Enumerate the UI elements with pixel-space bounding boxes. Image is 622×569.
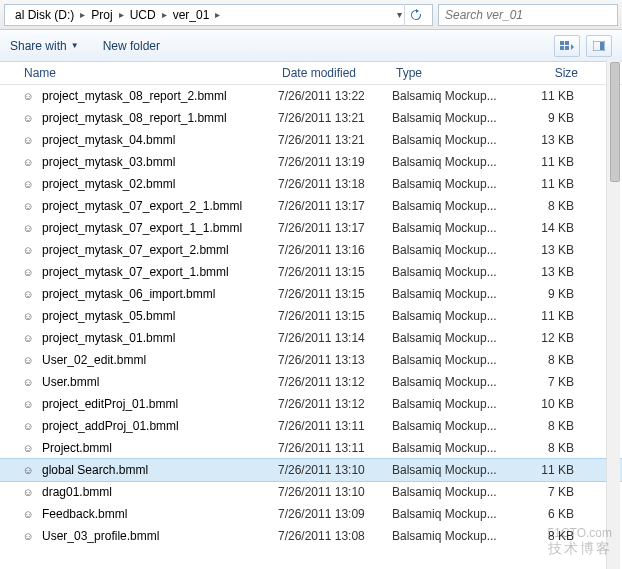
file-date: 7/26/2011 13:21 [278,111,392,125]
file-type: Balsamiq Mockup... [392,243,514,257]
file-date: 7/26/2011 13:12 [278,397,392,411]
file-date: 7/26/2011 13:15 [278,265,392,279]
file-row[interactable]: ☺User_02_edit.bmml7/26/2011 13:13Balsami… [0,349,622,371]
file-row[interactable]: ☺project_mytask_07_export_2_1.bmml7/26/2… [0,195,622,217]
file-row[interactable]: ☺project_mytask_05.bmml7/26/2011 13:15Ba… [0,305,622,327]
file-size: 8 KB [514,419,584,433]
file-date: 7/26/2011 13:16 [278,243,392,257]
bmml-file-icon: ☺ [20,110,36,126]
file-name: project_mytask_07_export_2_1.bmml [42,199,278,213]
file-size: 14 KB [514,221,584,235]
file-name: User.bmml [42,375,278,389]
search-input[interactable] [445,8,611,22]
file-date: 7/26/2011 13:12 [278,375,392,389]
file-type: Balsamiq Mockup... [392,287,514,301]
file-row[interactable]: ☺project_mytask_07_export_1_1.bmml7/26/2… [0,217,622,239]
file-size: 8 KB [514,199,584,213]
file-type: Balsamiq Mockup... [392,265,514,279]
chevron-right-icon: ▸ [80,9,85,20]
file-type: Balsamiq Mockup... [392,309,514,323]
column-header-type[interactable]: Type [396,66,518,80]
bmml-file-icon: ☺ [20,484,36,500]
command-bar: Share with ▼ New folder [0,30,622,62]
bmml-file-icon: ☺ [20,418,36,434]
file-row[interactable]: ☺drag01.bmml7/26/2011 13:10Balsamiq Mock… [0,481,622,503]
bmml-file-icon: ☺ [20,88,36,104]
file-name: project_mytask_08_report_2.bmml [42,89,278,103]
bmml-file-icon: ☺ [20,176,36,192]
file-date: 7/26/2011 13:09 [278,507,392,521]
column-header-name[interactable]: Name [24,66,282,80]
file-name: User_02_edit.bmml [42,353,278,367]
file-row[interactable]: ☺Project.bmml7/26/2011 13:11Balsamiq Moc… [0,437,622,459]
file-name: project_mytask_07_export_1_1.bmml [42,221,278,235]
file-row[interactable]: ☺project_mytask_03.bmml7/26/2011 13:19Ba… [0,151,622,173]
file-type: Balsamiq Mockup... [392,331,514,345]
file-row[interactable]: ☺User.bmml7/26/2011 13:12Balsamiq Mockup… [0,371,622,393]
file-row[interactable]: ☺project_mytask_01.bmml7/26/2011 13:14Ba… [0,327,622,349]
file-name: project_editProj_01.bmml [42,397,278,411]
file-size: 8 KB [514,441,584,455]
file-date: 7/26/2011 13:10 [278,485,392,499]
breadcrumb-segment[interactable]: Proj [87,8,116,22]
file-name: project_mytask_07_export_2.bmml [42,243,278,257]
file-name: User_03_profile.bmml [42,529,278,543]
file-list[interactable]: ☺project_mytask_08_report_2.bmml7/26/201… [0,85,622,547]
preview-pane-button[interactable] [586,35,612,57]
file-row[interactable]: ☺project_mytask_06_import.bmml7/26/2011 … [0,283,622,305]
file-row[interactable]: ☺Feedback.bmml7/26/2011 13:09Balsamiq Mo… [0,503,622,525]
file-row[interactable]: ☺User_03_profile.bmml7/26/2011 13:08Bals… [0,525,622,547]
share-with-button[interactable]: Share with ▼ [10,39,79,53]
file-row[interactable]: ☺project_mytask_04.bmml7/26/2011 13:21Ba… [0,129,622,151]
file-date: 7/26/2011 13:18 [278,177,392,191]
file-size: 7 KB [514,485,584,499]
svg-rect-3 [565,46,569,50]
file-type: Balsamiq Mockup... [392,463,514,477]
breadcrumb-segment[interactable]: UCD [126,8,160,22]
file-type: Balsamiq Mockup... [392,111,514,125]
file-type: Balsamiq Mockup... [392,441,514,455]
file-size: 7 KB [514,375,584,389]
address-bar: al Disk (D:) ▸ Proj ▸ UCD ▸ ver_01 ▸ ▾ [0,0,622,30]
bmml-file-icon: ☺ [20,220,36,236]
file-name: project_mytask_07_export_1.bmml [42,265,278,279]
breadcrumb[interactable]: al Disk (D:) ▸ Proj ▸ UCD ▸ ver_01 ▸ ▾ [4,4,433,26]
file-type: Balsamiq Mockup... [392,353,514,367]
refresh-button[interactable] [404,4,426,26]
file-size: 13 KB [514,265,584,279]
chevron-down-icon[interactable]: ▾ [397,9,402,20]
bmml-file-icon: ☺ [20,132,36,148]
bmml-file-icon: ☺ [20,154,36,170]
chevron-right-icon: ▸ [162,9,167,20]
new-folder-button[interactable]: New folder [103,39,160,53]
file-row[interactable]: ☺project_editProj_01.bmml7/26/2011 13:12… [0,393,622,415]
file-row[interactable]: ☺project_mytask_02.bmml7/26/2011 13:18Ba… [0,173,622,195]
file-date: 7/26/2011 13:10 [278,463,392,477]
file-row[interactable]: ☺project_addProj_01.bmml7/26/2011 13:11B… [0,415,622,437]
file-type: Balsamiq Mockup... [392,529,514,543]
bmml-file-icon: ☺ [20,286,36,302]
bmml-file-icon: ☺ [20,242,36,258]
file-date: 7/26/2011 13:08 [278,529,392,543]
file-row[interactable]: ☺project_mytask_08_report_1.bmml7/26/201… [0,107,622,129]
file-date: 7/26/2011 13:13 [278,353,392,367]
file-date: 7/26/2011 13:17 [278,221,392,235]
file-row[interactable]: ☺project_mytask_07_export_1.bmml7/26/201… [0,261,622,283]
bmml-file-icon: ☺ [20,330,36,346]
chevron-right-icon: ▸ [119,9,124,20]
file-row[interactable]: ☺project_mytask_08_report_2.bmml7/26/201… [0,85,622,107]
file-name: project_mytask_02.bmml [42,177,278,191]
file-row[interactable]: ☺global Search.bmml7/26/2011 13:10Balsam… [0,459,622,481]
column-header-date[interactable]: Date modified [282,66,396,80]
file-type: Balsamiq Mockup... [392,485,514,499]
file-name: project_mytask_08_report_1.bmml [42,111,278,125]
breadcrumb-segment[interactable]: al Disk (D:) [11,8,78,22]
scrollbar-thumb[interactable] [610,62,620,182]
bmml-file-icon: ☺ [20,352,36,368]
breadcrumb-segment[interactable]: ver_01 [169,8,214,22]
view-options-button[interactable] [554,35,580,57]
file-type: Balsamiq Mockup... [392,89,514,103]
search-box[interactable] [438,4,618,26]
file-row[interactable]: ☺project_mytask_07_export_2.bmml7/26/201… [0,239,622,261]
column-header-size[interactable]: Size [518,66,588,80]
